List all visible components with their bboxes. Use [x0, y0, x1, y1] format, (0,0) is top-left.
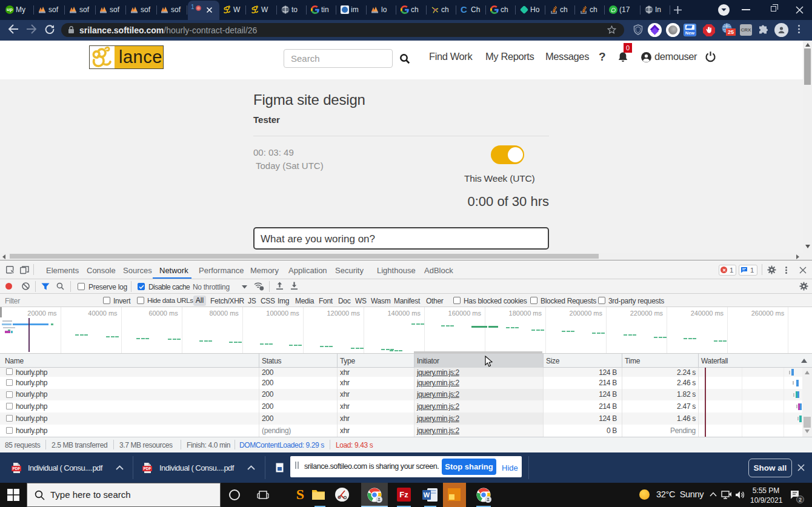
svg-text:W: W	[424, 491, 430, 499]
svg-text:PDF: PDF	[13, 466, 21, 471]
svg-text:PDF: PDF	[144, 466, 151, 471]
